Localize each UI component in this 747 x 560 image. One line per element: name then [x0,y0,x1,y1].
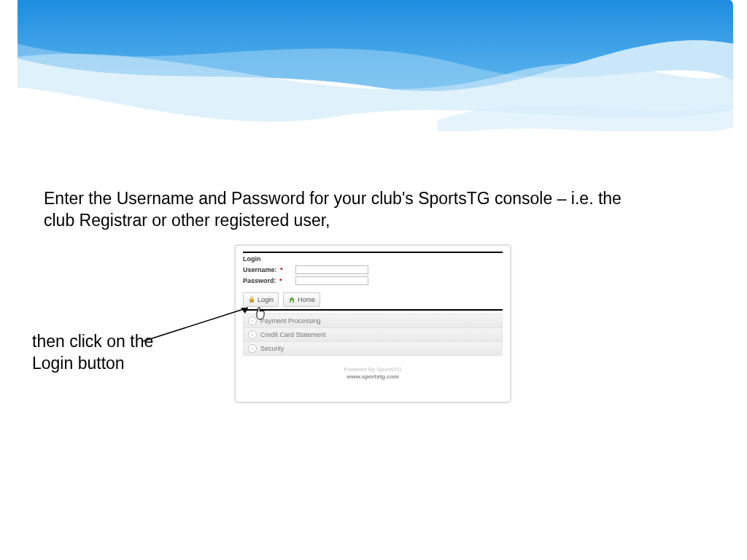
username-row: Username: * [243,265,503,274]
login-heading: Login [243,255,503,262]
required-marker: * [279,266,283,273]
accordion-item[interactable]: › Security [244,341,502,355]
password-row: Password: * [243,276,503,285]
password-input[interactable] [295,276,368,285]
home-button[interactable]: Home [283,292,320,307]
login-screenshot-panel: Login Username: * Password: * Login Home [235,245,511,402]
chevron-icon: › [248,330,257,339]
chevron-icon: › [248,316,257,325]
accordion: › Payment Processing › Credit Card State… [243,314,503,356]
footer-powered: Powered By SportsTG [243,366,503,373]
accordion-item-label: Credit Card Statement [260,331,326,338]
divider [243,309,503,311]
accordion-item[interactable]: › Payment Processing [244,314,502,327]
button-row: Login Home [243,292,503,307]
chevron-icon: › [248,344,257,353]
svg-rect-0 [249,299,254,303]
login-button-label: Login [258,296,274,303]
username-input[interactable] [295,265,368,274]
instruction-text-2: then click on the Login button [32,331,193,375]
divider [243,252,503,253]
instruction-text-1: Enter the Username and Password for your… [44,188,642,232]
password-label-text: Password: [243,277,276,284]
password-label: Password: * [243,277,295,284]
username-label-text: Username: [243,266,277,273]
footer: Powered By SportsTG www.sportstg.com [243,366,503,380]
footer-url: www.sportstg.com [243,373,503,381]
home-button-label: Home [298,296,315,303]
required-marker: * [278,277,282,284]
accordion-item-label: Security [260,345,285,352]
accordion-item[interactable]: › Credit Card Statement [244,327,502,341]
lock-icon [248,296,255,303]
accordion-item-label: Payment Processing [260,317,321,324]
header-wave-graphic [0,0,747,131]
username-label: Username: * [243,266,295,273]
login-button[interactable]: Login [243,292,279,307]
home-icon [288,296,295,303]
